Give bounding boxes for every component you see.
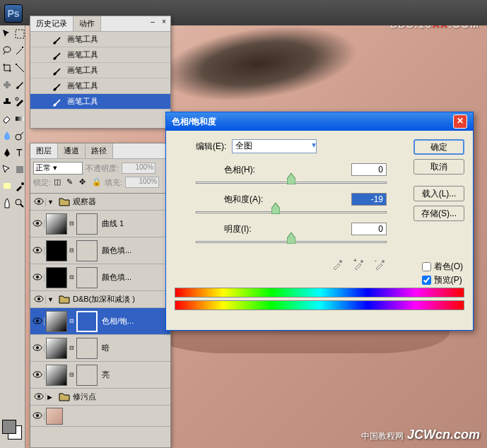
ok-button[interactable]: 确定 bbox=[413, 139, 464, 155]
hand-tool[interactable] bbox=[1, 198, 13, 209]
eyedropper-minus-icon[interactable]: - bbox=[374, 258, 387, 271]
eyedropper-icon[interactable] bbox=[331, 258, 344, 271]
fill-field[interactable]: 100% bbox=[125, 177, 159, 188]
layer-row[interactable]: ⊟ 曲线 1 bbox=[30, 211, 170, 237]
saturation-slider[interactable] bbox=[196, 207, 387, 218]
expand-icon[interactable]: ▶ bbox=[47, 394, 54, 401]
hue-slider[interactable] bbox=[196, 177, 387, 189]
layer-row[interactable]: ⊟ 颜色填... bbox=[30, 264, 170, 291]
layer-group[interactable]: ▶ 修污点 bbox=[30, 389, 170, 406]
visibility-toggle[interactable] bbox=[32, 393, 46, 401]
tab-actions[interactable]: 动作 bbox=[74, 16, 101, 31]
expand-icon[interactable]: ▼ bbox=[47, 199, 54, 206]
visibility-toggle[interactable] bbox=[30, 371, 45, 379]
visibility-toggle[interactable] bbox=[30, 247, 45, 255]
lasso-tool[interactable] bbox=[1, 45, 13, 57]
crop-tool[interactable] bbox=[1, 62, 13, 73]
wand-tool[interactable] bbox=[14, 45, 25, 57]
hue-saturation-dialog: 色相/饱和度 ✕ 编辑(E): 全图▾ 色相(H): bbox=[165, 112, 474, 331]
tab-channels[interactable]: 通道 bbox=[58, 143, 86, 158]
move-tool[interactable] bbox=[1, 28, 13, 40]
panel-minimize-icon[interactable]: – bbox=[148, 18, 158, 28]
layer-row[interactable]: ⊟ 暗 bbox=[30, 335, 170, 362]
lock-all-icon[interactable]: 🔒 bbox=[92, 177, 102, 187]
saturation-input[interactable] bbox=[351, 193, 387, 206]
edit-select[interactable]: 全图▾ bbox=[232, 139, 317, 153]
history-brush-tool[interactable] bbox=[14, 96, 25, 107]
tab-history[interactable]: 历史记录 bbox=[30, 16, 74, 31]
shape-tool[interactable] bbox=[14, 164, 25, 175]
save-button[interactable]: 存储(S)... bbox=[413, 206, 464, 221]
cancel-button[interactable]: 取消 bbox=[413, 159, 464, 175]
opacity-field[interactable]: 100% bbox=[122, 163, 156, 174]
visibility-toggle[interactable] bbox=[30, 273, 45, 282]
zoom-tool[interactable] bbox=[14, 198, 25, 209]
gradient-tool[interactable] bbox=[14, 113, 25, 124]
layers-list: ▼ 观察器 ⊟ 曲线 1 ⊟ 颜色填... ⊟ 颜色填... ▼ bbox=[30, 193, 170, 433]
colorize-checkbox[interactable] bbox=[422, 262, 431, 271]
blur-tool[interactable] bbox=[1, 130, 13, 141]
stamp-tool[interactable] bbox=[1, 96, 13, 107]
layer-name: 颜色填... bbox=[102, 245, 131, 256]
visibility-toggle[interactable] bbox=[30, 344, 45, 353]
foreground-color[interactable] bbox=[2, 420, 16, 434]
history-panel: 历史记录 动作 – × 画笔工具 画笔工具 画笔工具 画笔工具 画笔工具 bbox=[30, 16, 171, 129]
notes-tool[interactable] bbox=[1, 181, 13, 192]
load-button[interactable]: 载入(L)... bbox=[413, 186, 464, 201]
lightness-slider[interactable] bbox=[196, 237, 387, 248]
brush-tool[interactable] bbox=[14, 79, 25, 90]
history-item[interactable]: 画笔工具 bbox=[30, 32, 170, 47]
layer-thumbnail bbox=[46, 240, 67, 261]
visibility-toggle[interactable] bbox=[30, 220, 45, 228]
layer-row[interactable]: ⊟ 颜色填... bbox=[30, 237, 170, 264]
svg-point-23 bbox=[36, 319, 39, 322]
marquee-tool[interactable] bbox=[14, 28, 25, 40]
visibility-toggle[interactable] bbox=[32, 295, 46, 304]
layer-thumbnail bbox=[46, 213, 67, 235]
eyedropper-tool[interactable] bbox=[14, 181, 25, 192]
hue-input[interactable] bbox=[351, 163, 387, 176]
tab-layers[interactable]: 图层 bbox=[30, 143, 58, 158]
history-item[interactable]: 画笔工具 bbox=[30, 94, 170, 110]
slider-thumb-icon[interactable] bbox=[287, 232, 295, 244]
visibility-toggle[interactable] bbox=[30, 412, 45, 420]
brush-icon bbox=[52, 96, 63, 107]
pen-tool[interactable] bbox=[1, 147, 13, 158]
lightness-input[interactable] bbox=[351, 223, 387, 235]
visibility-toggle[interactable] bbox=[32, 198, 46, 206]
layer-group[interactable]: ▼ 观察器 bbox=[30, 194, 170, 211]
lightness-label: 明度(I): bbox=[224, 223, 252, 235]
tab-paths[interactable]: 路径 bbox=[86, 143, 113, 158]
close-icon[interactable]: ✕ bbox=[453, 114, 467, 129]
svg-point-33 bbox=[360, 260, 363, 263]
slice-tool[interactable] bbox=[14, 62, 25, 73]
lock-transparency-icon[interactable]: ◫ bbox=[54, 177, 64, 187]
layer-row[interactable] bbox=[30, 406, 170, 427]
expand-icon[interactable]: ▼ bbox=[47, 296, 54, 303]
history-item[interactable]: 画笔工具 bbox=[30, 78, 170, 94]
lock-pixels-icon[interactable]: ✎ bbox=[66, 177, 76, 187]
history-item[interactable]: 画笔工具 bbox=[30, 47, 170, 63]
blend-mode-select[interactable]: 正常 ▾ bbox=[33, 162, 83, 175]
path-tool[interactable] bbox=[1, 164, 13, 175]
heal-tool[interactable] bbox=[1, 79, 13, 90]
slider-thumb-icon[interactable] bbox=[287, 173, 295, 184]
preview-checkbox[interactable] bbox=[422, 276, 431, 285]
type-tool[interactable]: T bbox=[14, 147, 25, 158]
history-item[interactable]: 画笔工具 bbox=[30, 63, 170, 78]
slider-thumb-icon[interactable] bbox=[271, 203, 280, 214]
layer-row[interactable]: ⊟ 亮 bbox=[30, 362, 170, 389]
color-swatches[interactable] bbox=[2, 420, 23, 441]
dodge-tool[interactable] bbox=[14, 130, 25, 141]
brush-icon bbox=[52, 81, 63, 92]
lock-position-icon[interactable]: ✥ bbox=[79, 177, 89, 187]
toolbox: T bbox=[0, 25, 25, 448]
svg-point-17 bbox=[36, 249, 39, 252]
eyedropper-plus-icon[interactable]: + bbox=[353, 258, 365, 271]
layer-row[interactable]: ⊟ 色相/饱... bbox=[30, 308, 170, 335]
eraser-tool[interactable] bbox=[1, 113, 13, 124]
layer-group[interactable]: ▼ D&B(加深和减淡 ) bbox=[30, 291, 170, 308]
visibility-toggle[interactable] bbox=[30, 317, 45, 326]
panel-close-icon[interactable]: × bbox=[159, 18, 169, 28]
dialog-titlebar[interactable]: 色相/饱和度 ✕ bbox=[166, 112, 473, 131]
